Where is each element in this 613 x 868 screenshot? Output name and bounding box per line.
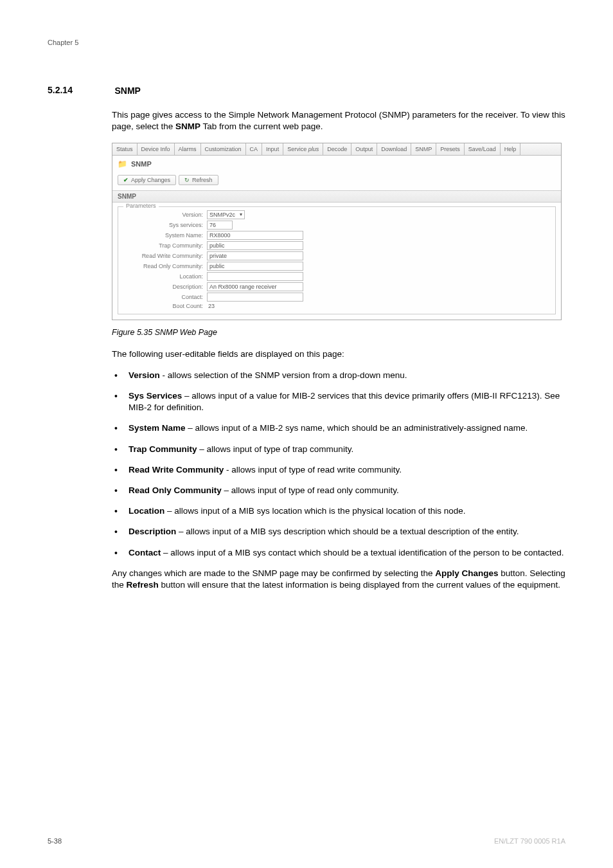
- bullet-rw-community: Read Write Community - allows input of t…: [112, 464, 565, 476]
- label-location: Location:: [123, 273, 207, 280]
- section-heading: 5.2.14 SNMP: [48, 85, 565, 96]
- bullet-rw-community-text: - allows input of type of read write com…: [224, 465, 402, 475]
- bullet-version-bold: Version: [129, 370, 160, 380]
- tab-bar: Status Device Info Alarms Customization …: [112, 143, 561, 156]
- bullet-contact-bold: Contact: [129, 548, 161, 557]
- figure-caption: Figure 5.35 SNMP Web Page: [112, 328, 565, 337]
- row-location: Location:: [123, 271, 550, 282]
- row-sys-services: Sys services:: [123, 220, 550, 230]
- bullet-system-name: System Name – allows input of a MIB-2 sy…: [112, 422, 565, 434]
- tab-status[interactable]: Status: [112, 143, 138, 155]
- apply-changes-button[interactable]: ✔ Apply Changes: [118, 175, 176, 185]
- intro-text-c: Tab from the current web page.: [200, 122, 323, 131]
- tab-service[interactable]: Service plus: [283, 143, 323, 155]
- bullet-contact: Contact – allows input of a MIB sys cont…: [112, 547, 565, 559]
- bullet-system-name-bold: System Name: [129, 423, 186, 433]
- label-version: Version:: [123, 212, 207, 218]
- refresh-icon: ↻: [184, 177, 190, 183]
- tail-b: Apply Changes: [435, 568, 498, 578]
- bullet-description-bold: Description: [129, 527, 176, 536]
- input-location[interactable]: [207, 272, 303, 281]
- bullet-sys-services-text: – allows input of a value for MIB-2 serv…: [129, 391, 560, 412]
- bullet-description: Description – allows input of a MIB sys …: [112, 526, 565, 538]
- bullet-sys-services: Sys Services – allows input of a value f…: [112, 390, 565, 413]
- tab-save-load[interactable]: Save/Load: [465, 143, 501, 155]
- row-contact: Contact:: [123, 292, 550, 302]
- bullet-rw-community-bold: Read Write Community: [129, 465, 224, 475]
- apply-changes-label: Apply Changes: [131, 177, 170, 183]
- tab-ca[interactable]: CA: [246, 143, 263, 155]
- label-rw-community: Read Write Community:: [123, 253, 207, 259]
- tab-customization[interactable]: Customization: [201, 143, 246, 155]
- chapter-label: Chapter 5: [48, 39, 565, 46]
- input-description[interactable]: [207, 282, 303, 291]
- tab-decode[interactable]: Decode: [323, 143, 351, 155]
- label-sys-services: Sys services:: [123, 222, 207, 228]
- tab-device-info[interactable]: Device Info: [138, 143, 175, 155]
- input-rw-community[interactable]: [207, 251, 303, 260]
- label-trap-community: Trap Community:: [123, 242, 207, 249]
- input-ro-community[interactable]: [207, 262, 303, 271]
- tail-paragraph: Any changes which are made to the SNMP p…: [112, 568, 565, 591]
- bullet-description-text: – allows input of a MIB sys description …: [176, 527, 519, 536]
- row-version: Version: SNMPv2c: [123, 210, 550, 220]
- tab-output[interactable]: Output: [351, 143, 377, 155]
- tab-help[interactable]: Help: [501, 143, 521, 155]
- label-system-name: System Name:: [123, 232, 207, 239]
- snmp-screenshot: Status Device Info Alarms Customization …: [112, 143, 562, 320]
- input-system-name[interactable]: [207, 231, 303, 240]
- bullet-system-name-text: – allows input of a MIB-2 sys name, whic…: [186, 423, 528, 433]
- folder-icon: 📁: [118, 159, 127, 168]
- tail-a: Any changes which are made to the SNMP p…: [112, 568, 435, 578]
- row-boot-count: Boot Count: 23: [123, 302, 550, 310]
- intro-bold: SNMP: [175, 122, 200, 131]
- input-trap-community[interactable]: [207, 241, 303, 250]
- row-description: Description:: [123, 282, 550, 292]
- label-boot-count: Boot Count:: [123, 303, 207, 309]
- tab-alarms[interactable]: Alarms: [175, 143, 201, 155]
- panel-title-row: 📁 SNMP: [112, 156, 561, 172]
- tab-input[interactable]: Input: [262, 143, 283, 155]
- row-system-name: System Name:: [123, 230, 550, 240]
- bullet-location: Location – allows input of a MIB sys loc…: [112, 505, 565, 517]
- tab-service-plus: plus: [308, 146, 319, 152]
- toolbar: ✔ Apply Changes ↻ Refresh: [112, 172, 561, 190]
- intro-paragraph: This page gives access to the Simple Net…: [112, 109, 565, 132]
- tail-d: Refresh: [127, 580, 159, 590]
- heading-title: SNMP: [114, 86, 140, 96]
- bullet-location-bold: Location: [129, 506, 164, 516]
- body-content: The following user-editable fields are d…: [112, 348, 565, 591]
- page-number: 5-38: [48, 837, 62, 845]
- refresh-label: Refresh: [192, 177, 213, 183]
- input-sys-services[interactable]: [207, 221, 233, 230]
- refresh-button[interactable]: ↻ Refresh: [179, 175, 218, 185]
- bullet-contact-text: – allows input of a MIB sys contact whic…: [161, 548, 564, 557]
- bullet-trap-community-bold: Trap Community: [129, 444, 197, 454]
- tab-snmp[interactable]: SNMP: [411, 143, 436, 155]
- lead-paragraph: The following user-editable fields are d…: [112, 348, 565, 360]
- doc-id: EN/LZT 790 0005 R1A: [494, 837, 565, 845]
- label-description: Description:: [123, 284, 207, 290]
- bullet-ro-community-text: – allows input of type of read only comm…: [222, 485, 399, 495]
- select-version[interactable]: SNMPv2c: [207, 210, 245, 219]
- page-footer: 5-38 EN/LZT 790 0005 R1A: [48, 837, 565, 845]
- tab-download[interactable]: Download: [377, 143, 411, 155]
- tail-e: button will ensure that the latest infor…: [159, 580, 560, 590]
- bullet-trap-community-text: – allows input of type of trap community…: [197, 444, 354, 454]
- bullet-location-text: – allows input of a MIB sys location whi…: [164, 506, 465, 516]
- value-boot-count: 23: [207, 303, 215, 309]
- bullet-sys-services-bold: Sys Services: [129, 391, 182, 401]
- heading-number: 5.2.14: [48, 85, 112, 95]
- parameters-fieldset: Parameters Version: SNMPv2c Sys services…: [118, 206, 556, 314]
- fieldset-legend: Parameters: [123, 203, 159, 209]
- tab-service-label: Service: [287, 146, 306, 152]
- input-contact[interactable]: [207, 293, 303, 302]
- tab-presets[interactable]: Presets: [436, 143, 465, 155]
- label-ro-community: Read Only Community:: [123, 263, 207, 269]
- label-contact: Contact:: [123, 294, 207, 300]
- check-icon: ✔: [123, 177, 129, 183]
- row-ro-community: Read Only Community:: [123, 261, 550, 271]
- row-rw-community: Read Write Community:: [123, 251, 550, 261]
- bullet-version: Version - allows selection of the SNMP v…: [112, 370, 565, 381]
- row-trap-community: Trap Community:: [123, 240, 550, 251]
